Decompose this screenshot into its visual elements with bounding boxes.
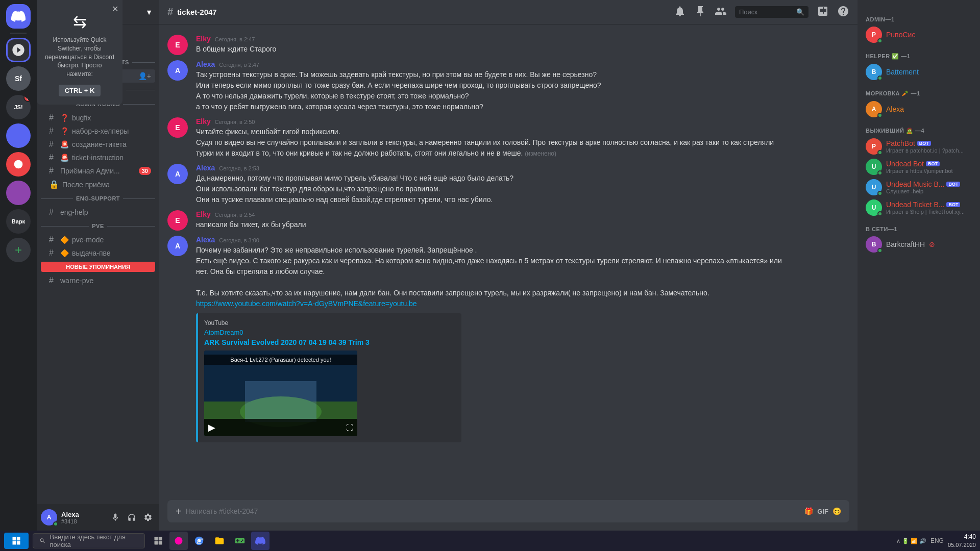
add-attachment-button[interactable]: + [176, 506, 182, 517]
channel-item-posle[interactable]: 🔒 После приёма [41, 178, 155, 191]
hash-icon: # [49, 248, 57, 258]
emoji-icon[interactable]: 😊 [832, 507, 841, 515]
video-expand-button[interactable]: ⛶ [346, 423, 353, 432]
deafen-button[interactable] [125, 510, 139, 524]
member-avatar-undead-bot: U [866, 159, 882, 175]
avatar-alexa-2: A [167, 164, 188, 184]
taskbar-discord[interactable] [251, 532, 270, 550]
taskbar-taskview[interactable] [149, 532, 167, 550]
taskbar-search-icon [39, 537, 46, 544]
member-name-undead-bot: Undead Bot [886, 160, 924, 168]
quick-switcher-text: Используйте Quick Switcher, чтобы переме… [45, 36, 114, 79]
member-item-battement[interactable]: B Battement [862, 62, 976, 82]
member-item-undead-ticket[interactable]: U Undead Ticket B... BOT Играет в $help … [862, 197, 976, 218]
hash-icon: # [49, 208, 57, 217]
server-play-icon[interactable] [6, 152, 31, 177]
channel-item-warne[interactable]: # warne-pve [41, 274, 155, 287]
channel-header-hash: # [167, 6, 173, 18]
msg-content-elky-3: Elky Сегодня, в 2:54 написали бы тикет, … [196, 210, 849, 231]
pin-icon[interactable] [694, 5, 706, 19]
channel-item-ticket-instruction[interactable]: # 🚨 ticket-instruction [41, 151, 155, 164]
message-input-container: + 🎁 GIF 😊 [167, 500, 849, 522]
msg-author-elky-2: Elky [196, 117, 211, 126]
channel-item-sozdanie[interactable]: # 🚨 создание-тикета [41, 138, 155, 151]
youtube-link[interactable]: https://www.youtube.com/watch?v=A-dGyBVm… [196, 299, 417, 308]
taskbar-search[interactable]: Введите здесь текст для поиска [33, 533, 145, 548]
channel-name: создание-тикета [72, 140, 127, 148]
inbox-icon[interactable] [817, 5, 829, 19]
taskbar-game[interactable] [231, 532, 249, 550]
server-round-icon[interactable] [6, 123, 31, 148]
member-status-dot-undead-bot [877, 170, 883, 176]
member-status-undead-ticket: Играет в $help | TicketTool.xy... [886, 209, 972, 215]
question-icon[interactable] [837, 5, 849, 19]
svg-rect-6 [245, 381, 316, 422]
channel-item-bugfix[interactable]: # ❓ bugfix [41, 111, 155, 124]
video-play-button[interactable]: ▶ [208, 422, 215, 433]
gif-icon[interactable]: GIF [817, 508, 828, 515]
members-icon[interactable] [715, 5, 727, 19]
channel-emoji: 🔶 [60, 236, 69, 244]
hash-icon: # [49, 235, 57, 244]
taskbar-app-1[interactable] [169, 532, 188, 550]
taskbar-files[interactable] [210, 532, 229, 550]
msg-time-elky-1: Сегодня, в 2:47 [215, 36, 255, 42]
avatar-alexa-3: A [167, 236, 188, 256]
taskbar-chrome[interactable] [190, 532, 208, 550]
category-pve[interactable]: PVE [37, 223, 159, 229]
server-barkcraft-icon[interactable]: Варк [6, 209, 31, 234]
msg-header-alexa-1: Alexa Сегодня, в 2:47 [196, 60, 849, 68]
member-item-puposic[interactable]: P PuпоСис [862, 24, 976, 45]
channel-name: Приёмная Адми... [60, 167, 120, 175]
message-text-input[interactable] [186, 507, 801, 515]
server-js-icon[interactable]: JS! 2 [6, 95, 31, 119]
channel-name: bugfix [72, 114, 91, 122]
quick-switcher-close[interactable]: ✕ [112, 4, 118, 14]
channel-item-eng-help[interactable]: # eng-help [41, 206, 155, 219]
taskbar-date-display: 05.07.2020 [948, 541, 976, 549]
start-button[interactable] [4, 533, 29, 549]
member-avatar-undead-ticket: U [866, 199, 882, 216]
members-category-survivor: ВЫЖИВШИЙ 🧟 —4 [862, 119, 976, 136]
msg-content-elky-2: Elky Сегодня, в 2:50 Читайте фиксы, мешб… [196, 117, 849, 159]
msg-content-alexa-1: Alexa Сегодня, в 2:47 Так устроены текст… [196, 60, 849, 112]
add-server-button[interactable]: + [6, 238, 31, 262]
msg-header-elky-1: Elky Сегодня, в 2:47 [196, 35, 849, 43]
channel-search-box[interactable]: Поиск 🔍 [735, 6, 808, 18]
channel-item-priemnaya[interactable]: # Приёмная Адми... 30 [41, 164, 155, 178]
channel-item-pve-mode[interactable]: # 🔶 pve-mode [41, 233, 155, 246]
server-sf-icon[interactable]: Sf [6, 66, 31, 91]
channel-badge-priemnaya: 30 [139, 167, 151, 175]
member-item-undead-bot[interactable]: U Undead Bot BOT Играет в https://junipe… [862, 157, 976, 177]
search-placeholder: Поиск [739, 8, 757, 16]
server-purple-icon[interactable] [6, 181, 31, 205]
member-item-alexa-sidebar[interactable]: A Alexa [862, 99, 976, 119]
message-group-alexa-1: A Alexa Сегодня, в 2:47 Так устроены тек… [167, 58, 849, 114]
discord-home-button[interactable] [6, 4, 31, 29]
svg-rect-10 [159, 541, 162, 545]
member-name-undead-music: Undead Music B... [886, 180, 944, 188]
member-item-patchbot[interactable]: P PatchBot BOT Играет в patchbot.io | ?p… [862, 136, 976, 157]
hash-icon: # [49, 166, 57, 176]
member-item-barkcraft[interactable]: B BarkcraftHH ⊘ [862, 234, 976, 255]
user-status-indicator [53, 521, 58, 527]
member-avatar-alexa-sidebar: A [866, 101, 882, 117]
member-item-undead-music[interactable]: U Undead Music B... BOT Слушает -help [862, 177, 976, 197]
mute-button[interactable] [108, 510, 122, 524]
bell-icon[interactable] [674, 5, 686, 19]
link-preview: YouTube AtomDream0 ARK Survival Evolved … [196, 313, 461, 442]
server-divider [10, 33, 27, 34]
new-mentions-button[interactable]: НОВЫЕ УПОМИНАНИЯ [41, 262, 155, 272]
member-main-undead-bot: Undead Bot BOT [886, 160, 972, 168]
channel-item-helpery[interactable]: # ❓ набор-в-хелперы [41, 124, 155, 138]
member-main-puposic: PuпоСис [886, 31, 972, 39]
channel-name: pve-mode [72, 236, 104, 244]
settings-button[interactable] [141, 510, 155, 524]
member-avatar-barkcraft: B [866, 236, 882, 253]
member-info-undead-ticket: Undead Ticket B... BOT Играет в $help | … [886, 201, 972, 215]
channel-item-vydacha[interactable]: # 🔶 выдача-пве [41, 246, 155, 260]
undead-ark-server-icon[interactable] [6, 38, 31, 62]
category-eng-support[interactable]: ENG-SUPPORT [37, 195, 159, 202]
quick-switcher-shortcut[interactable]: CTRL + K [59, 85, 101, 96]
gift-icon[interactable]: 🎁 [804, 507, 813, 515]
